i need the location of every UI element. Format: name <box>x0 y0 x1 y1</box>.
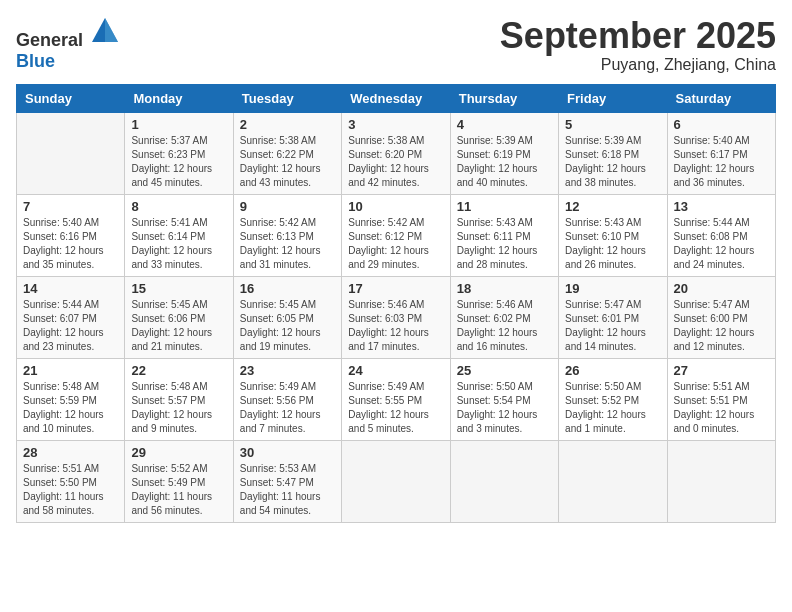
day-number: 16 <box>240 281 335 296</box>
calendar-day-cell: 19Sunrise: 5:47 AMSunset: 6:01 PMDayligh… <box>559 276 667 358</box>
logo-icon <box>90 16 120 46</box>
day-info: Sunrise: 5:52 AMSunset: 5:49 PMDaylight:… <box>131 462 226 518</box>
day-info: Sunrise: 5:47 AMSunset: 6:01 PMDaylight:… <box>565 298 660 354</box>
calendar-day-cell: 3Sunrise: 5:38 AMSunset: 6:20 PMDaylight… <box>342 112 450 194</box>
day-number: 15 <box>131 281 226 296</box>
day-info: Sunrise: 5:46 AMSunset: 6:03 PMDaylight:… <box>348 298 443 354</box>
day-number: 26 <box>565 363 660 378</box>
day-number: 13 <box>674 199 769 214</box>
day-number: 8 <box>131 199 226 214</box>
day-info: Sunrise: 5:51 AMSunset: 5:50 PMDaylight:… <box>23 462 118 518</box>
day-number: 29 <box>131 445 226 460</box>
calendar-day-cell: 16Sunrise: 5:45 AMSunset: 6:05 PMDayligh… <box>233 276 341 358</box>
calendar-day-cell: 5Sunrise: 5:39 AMSunset: 6:18 PMDaylight… <box>559 112 667 194</box>
title-block: September 2025 Puyang, Zhejiang, China <box>500 16 776 74</box>
calendar-day-cell: 24Sunrise: 5:49 AMSunset: 5:55 PMDayligh… <box>342 358 450 440</box>
logo: General Blue <box>16 16 120 72</box>
calendar-day-cell: 26Sunrise: 5:50 AMSunset: 5:52 PMDayligh… <box>559 358 667 440</box>
calendar-day-cell: 4Sunrise: 5:39 AMSunset: 6:19 PMDaylight… <box>450 112 558 194</box>
calendar-day-cell: 17Sunrise: 5:46 AMSunset: 6:03 PMDayligh… <box>342 276 450 358</box>
calendar-day-cell: 27Sunrise: 5:51 AMSunset: 5:51 PMDayligh… <box>667 358 775 440</box>
day-info: Sunrise: 5:49 AMSunset: 5:55 PMDaylight:… <box>348 380 443 436</box>
day-number: 9 <box>240 199 335 214</box>
calendar-day-cell: 6Sunrise: 5:40 AMSunset: 6:17 PMDaylight… <box>667 112 775 194</box>
day-info: Sunrise: 5:45 AMSunset: 6:06 PMDaylight:… <box>131 298 226 354</box>
day-info: Sunrise: 5:43 AMSunset: 6:10 PMDaylight:… <box>565 216 660 272</box>
day-number: 30 <box>240 445 335 460</box>
calendar-day-cell: 23Sunrise: 5:49 AMSunset: 5:56 PMDayligh… <box>233 358 341 440</box>
day-number: 11 <box>457 199 552 214</box>
calendar-day-cell: 2Sunrise: 5:38 AMSunset: 6:22 PMDaylight… <box>233 112 341 194</box>
day-info: Sunrise: 5:46 AMSunset: 6:02 PMDaylight:… <box>457 298 552 354</box>
calendar-day-cell: 13Sunrise: 5:44 AMSunset: 6:08 PMDayligh… <box>667 194 775 276</box>
calendar-day-cell: 15Sunrise: 5:45 AMSunset: 6:06 PMDayligh… <box>125 276 233 358</box>
day-info: Sunrise: 5:37 AMSunset: 6:23 PMDaylight:… <box>131 134 226 190</box>
calendar-day-cell: 8Sunrise: 5:41 AMSunset: 6:14 PMDaylight… <box>125 194 233 276</box>
day-number: 10 <box>348 199 443 214</box>
empty-cell <box>667 440 775 522</box>
day-info: Sunrise: 5:50 AMSunset: 5:52 PMDaylight:… <box>565 380 660 436</box>
page-header: General Blue September 2025 Puyang, Zhej… <box>16 16 776 74</box>
day-number: 18 <box>457 281 552 296</box>
calendar-day-cell: 12Sunrise: 5:43 AMSunset: 6:10 PMDayligh… <box>559 194 667 276</box>
day-number: 7 <box>23 199 118 214</box>
calendar-week-row: 1Sunrise: 5:37 AMSunset: 6:23 PMDaylight… <box>17 112 776 194</box>
day-number: 1 <box>131 117 226 132</box>
calendar-day-cell: 9Sunrise: 5:42 AMSunset: 6:13 PMDaylight… <box>233 194 341 276</box>
day-info: Sunrise: 5:47 AMSunset: 6:00 PMDaylight:… <box>674 298 769 354</box>
day-number: 25 <box>457 363 552 378</box>
day-info: Sunrise: 5:38 AMSunset: 6:22 PMDaylight:… <box>240 134 335 190</box>
logo-text: General Blue <box>16 16 120 72</box>
calendar-day-cell: 1Sunrise: 5:37 AMSunset: 6:23 PMDaylight… <box>125 112 233 194</box>
day-info: Sunrise: 5:53 AMSunset: 5:47 PMDaylight:… <box>240 462 335 518</box>
day-info: Sunrise: 5:38 AMSunset: 6:20 PMDaylight:… <box>348 134 443 190</box>
day-info: Sunrise: 5:45 AMSunset: 6:05 PMDaylight:… <box>240 298 335 354</box>
day-info: Sunrise: 5:39 AMSunset: 6:18 PMDaylight:… <box>565 134 660 190</box>
day-number: 3 <box>348 117 443 132</box>
calendar-day-cell: 22Sunrise: 5:48 AMSunset: 5:57 PMDayligh… <box>125 358 233 440</box>
logo-general: General <box>16 30 83 50</box>
day-number: 22 <box>131 363 226 378</box>
calendar-day-cell: 25Sunrise: 5:50 AMSunset: 5:54 PMDayligh… <box>450 358 558 440</box>
day-number: 4 <box>457 117 552 132</box>
calendar-week-row: 21Sunrise: 5:48 AMSunset: 5:59 PMDayligh… <box>17 358 776 440</box>
calendar-day-cell: 14Sunrise: 5:44 AMSunset: 6:07 PMDayligh… <box>17 276 125 358</box>
day-number: 6 <box>674 117 769 132</box>
day-number: 21 <box>23 363 118 378</box>
weekday-header: Sunday <box>17 84 125 112</box>
month-title: September 2025 <box>500 16 776 56</box>
day-info: Sunrise: 5:44 AMSunset: 6:08 PMDaylight:… <box>674 216 769 272</box>
day-number: 12 <box>565 199 660 214</box>
day-info: Sunrise: 5:44 AMSunset: 6:07 PMDaylight:… <box>23 298 118 354</box>
day-info: Sunrise: 5:40 AMSunset: 6:17 PMDaylight:… <box>674 134 769 190</box>
day-number: 24 <box>348 363 443 378</box>
calendar-day-cell: 11Sunrise: 5:43 AMSunset: 6:11 PMDayligh… <box>450 194 558 276</box>
day-info: Sunrise: 5:39 AMSunset: 6:19 PMDaylight:… <box>457 134 552 190</box>
day-info: Sunrise: 5:51 AMSunset: 5:51 PMDaylight:… <box>674 380 769 436</box>
calendar-day-cell: 28Sunrise: 5:51 AMSunset: 5:50 PMDayligh… <box>17 440 125 522</box>
day-info: Sunrise: 5:41 AMSunset: 6:14 PMDaylight:… <box>131 216 226 272</box>
day-info: Sunrise: 5:48 AMSunset: 5:57 PMDaylight:… <box>131 380 226 436</box>
day-info: Sunrise: 5:50 AMSunset: 5:54 PMDaylight:… <box>457 380 552 436</box>
weekday-header: Monday <box>125 84 233 112</box>
calendar-header-row: SundayMondayTuesdayWednesdayThursdayFrid… <box>17 84 776 112</box>
day-number: 17 <box>348 281 443 296</box>
day-number: 14 <box>23 281 118 296</box>
calendar-day-cell: 30Sunrise: 5:53 AMSunset: 5:47 PMDayligh… <box>233 440 341 522</box>
day-number: 23 <box>240 363 335 378</box>
weekday-header: Saturday <box>667 84 775 112</box>
calendar-day-cell: 20Sunrise: 5:47 AMSunset: 6:00 PMDayligh… <box>667 276 775 358</box>
day-info: Sunrise: 5:49 AMSunset: 5:56 PMDaylight:… <box>240 380 335 436</box>
day-number: 2 <box>240 117 335 132</box>
calendar-day-cell: 7Sunrise: 5:40 AMSunset: 6:16 PMDaylight… <box>17 194 125 276</box>
day-info: Sunrise: 5:42 AMSunset: 6:12 PMDaylight:… <box>348 216 443 272</box>
weekday-header: Thursday <box>450 84 558 112</box>
calendar-day-cell: 29Sunrise: 5:52 AMSunset: 5:49 PMDayligh… <box>125 440 233 522</box>
day-number: 27 <box>674 363 769 378</box>
empty-cell <box>342 440 450 522</box>
calendar-day-cell: 10Sunrise: 5:42 AMSunset: 6:12 PMDayligh… <box>342 194 450 276</box>
svg-marker-1 <box>105 18 118 42</box>
day-info: Sunrise: 5:43 AMSunset: 6:11 PMDaylight:… <box>457 216 552 272</box>
calendar-table: SundayMondayTuesdayWednesdayThursdayFrid… <box>16 84 776 523</box>
location-title: Puyang, Zhejiang, China <box>500 56 776 74</box>
